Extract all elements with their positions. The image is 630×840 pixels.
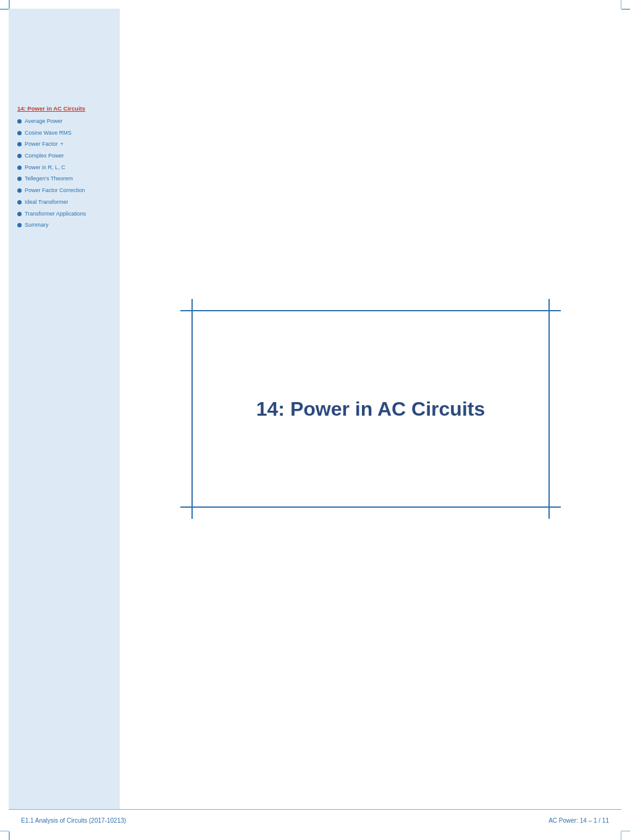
slide-corner-tl-v (191, 299, 193, 311)
sidebar-item-power-in-rlc[interactable]: Power in R, L, C (17, 164, 114, 172)
sidebar-item-power-factor-correction[interactable]: Power Factor Correction (17, 187, 114, 195)
nav-bullet-tellegens-theorem (17, 177, 22, 181)
sidebar-title: 14: Power in AC Circuits (17, 105, 114, 112)
sidebar-item-tellegens-theorem[interactable]: Tellegen's Theorem (17, 175, 114, 183)
footer-right-text: AC Power: 14 – 1 / 11 (548, 817, 609, 824)
sidebar-item-transformer-applications[interactable]: Transformer Applications (17, 211, 114, 218)
sidebar-item-ideal-transformer[interactable]: Ideal Transformer (17, 199, 114, 206)
slide-corner-br-v (548, 506, 550, 519)
content-area: 14: Power in AC Circuits Average Power C… (9, 9, 621, 809)
tick-bot-right-h (621, 831, 630, 832)
slide-title: 14: Power in AC Circuits (244, 385, 497, 433)
nav-plus-power-factor: + (61, 141, 64, 147)
sidebar-item-cosine-wave-rms[interactable]: Cosine Wave RMS (17, 130, 114, 137)
slide-corner-tr-v (548, 299, 550, 311)
tick-top-left-v (9, 0, 10, 9)
nav-label-power-factor-correction: Power Factor Correction (25, 187, 85, 195)
tick-bot-right-v (621, 831, 622, 840)
page-layout: 14: Power in AC Circuits Average Power C… (9, 9, 621, 831)
tick-top-right-h (621, 9, 630, 10)
nav-bullet-transformer-applications (17, 212, 22, 216)
sidebar-item-summary[interactable]: Summary (17, 222, 114, 229)
nav-bullet-summary (17, 223, 22, 227)
slide-frame: 14: Power in AC Circuits (191, 310, 550, 508)
nav-bullet-power-in-rlc (17, 166, 22, 170)
footer: E1.1 Analysis of Circuits (2017-10213) A… (9, 809, 621, 831)
slide-corner-tr-h (548, 310, 561, 311)
slide-corner-tl-h (180, 310, 193, 311)
tick-bot-left-h (0, 831, 9, 832)
sidebar-item-power-factor[interactable]: Power Factor + (17, 141, 114, 148)
main-content: 14: Power in AC Circuits (120, 9, 621, 809)
slide-corner-bl-h (180, 506, 193, 508)
nav-label-power-factor: Power Factor (25, 141, 58, 148)
footer-left-text: E1.1 Analysis of Circuits (2017-10213) (21, 817, 126, 824)
nav-bullet-average-power (17, 119, 22, 124)
tick-bot-left-v (9, 831, 10, 840)
nav-label-transformer-applications: Transformer Applications (25, 211, 86, 218)
nav-label-power-in-rlc: Power in R, L, C (25, 164, 65, 172)
nav-label-tellegens-theorem: Tellegen's Theorem (25, 175, 73, 183)
sidebar: 14: Power in AC Circuits Average Power C… (9, 9, 120, 809)
nav-label-summary: Summary (25, 222, 49, 229)
tick-top-left-h (0, 9, 9, 10)
slide-corner-br-h (548, 506, 561, 508)
nav-label-average-power: Average Power (25, 118, 62, 125)
nav-label-cosine-wave-rms: Cosine Wave RMS (25, 130, 72, 137)
nav-bullet-ideal-transformer (17, 200, 22, 204)
nav-label-complex-power: Complex Power (25, 153, 64, 160)
slide-corner-bl-v (191, 506, 193, 519)
nav-bullet-complex-power (17, 154, 22, 158)
nav-bullet-cosine-wave-rms (17, 131, 22, 135)
tick-top-right-v (621, 0, 622, 9)
nav-label-ideal-transformer: Ideal Transformer (25, 199, 69, 206)
nav-bullet-power-factor (17, 142, 22, 146)
nav-bullet-power-factor-correction (17, 188, 22, 193)
sidebar-item-average-power[interactable]: Average Power (17, 118, 114, 125)
sidebar-item-complex-power[interactable]: Complex Power (17, 153, 114, 160)
